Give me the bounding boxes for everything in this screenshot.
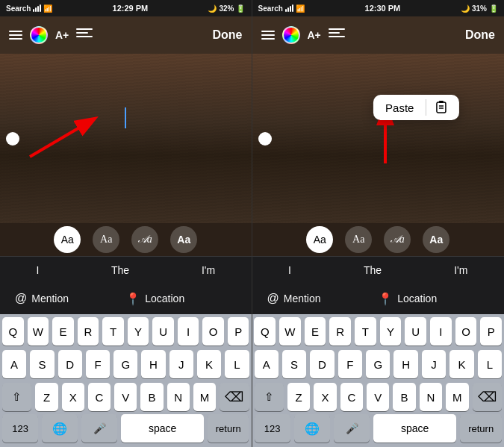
key-o2[interactable]: O (455, 317, 477, 346)
key-a2[interactable]: A (255, 350, 279, 378)
key-u2[interactable]: U (405, 317, 426, 346)
wifi-icon: 📶 (43, 4, 52, 13)
paste-icon-button[interactable] (426, 95, 459, 120)
font-btn-5[interactable]: Aa (306, 226, 333, 253)
key-q[interactable]: Q (2, 317, 24, 346)
key-y2[interactable]: Y (380, 317, 402, 346)
key-f[interactable]: F (86, 350, 110, 378)
num-key-2[interactable]: 123 (255, 414, 290, 443)
return-key-2[interactable]: return (460, 414, 502, 443)
key-i[interactable]: I (178, 317, 199, 346)
suggestion-1[interactable]: I (36, 264, 39, 276)
key-z[interactable]: Z (35, 383, 57, 411)
hamburger-line-3 (9, 38, 22, 40)
font-btn-6[interactable]: Aa (345, 226, 372, 253)
key-t[interactable]: T (102, 317, 124, 346)
key-r[interactable]: R (78, 317, 99, 346)
shift-key-2[interactable]: ⇧ (255, 383, 284, 411)
key-c2[interactable]: C (340, 383, 363, 411)
color-wheel-1[interactable] (30, 26, 48, 44)
mic-key-1[interactable]: 🎤 (81, 414, 117, 443)
key-p[interactable]: P (228, 317, 249, 346)
key-e2[interactable]: E (305, 317, 326, 346)
font-btn-2[interactable]: Aa (93, 226, 119, 253)
key-a[interactable]: A (2, 350, 26, 378)
done-button-1[interactable]: Done (213, 28, 243, 42)
return-key-1[interactable]: return (208, 414, 249, 443)
space-key-2[interactable]: space (373, 414, 456, 443)
delete-key-1[interactable]: ⌫ (220, 383, 249, 411)
location-button-2[interactable]: 📍 Location (378, 292, 489, 306)
key-w2[interactable]: W (279, 317, 301, 346)
key-m2[interactable]: M (446, 383, 468, 411)
key-j[interactable]: J (169, 350, 193, 378)
key-b[interactable]: B (140, 383, 163, 411)
font-btn-3[interactable]: 𝒜a (131, 226, 158, 253)
font-btn-8[interactable]: Aa (423, 226, 449, 253)
key-f2[interactable]: F (338, 350, 362, 378)
key-v[interactable]: V (114, 383, 137, 411)
mic-key-2[interactable]: 🎤 (334, 414, 370, 443)
key-p2[interactable]: P (480, 317, 502, 346)
key-j2[interactable]: J (422, 350, 446, 378)
key-s[interactable]: S (30, 350, 54, 378)
key-s2[interactable]: S (282, 350, 306, 378)
text-size-button-2[interactable]: A+ (308, 29, 321, 41)
paste-button[interactable]: Paste (373, 95, 426, 120)
key-n2[interactable]: N (420, 383, 442, 411)
key-w[interactable]: W (28, 317, 49, 346)
key-h2[interactable]: H (393, 350, 417, 378)
key-v2[interactable]: V (367, 383, 389, 411)
key-x[interactable]: X (62, 383, 84, 411)
delete-key-2[interactable]: ⌫ (473, 383, 502, 411)
hamburger-icon-2[interactable] (261, 31, 275, 40)
key-k2[interactable]: K (449, 350, 473, 378)
key-r2[interactable]: R (329, 317, 351, 346)
canvas-area-2[interactable]: Paste (252, 54, 505, 223)
key-t2[interactable]: T (355, 317, 376, 346)
key-q2[interactable]: Q (254, 317, 276, 346)
key-d2[interactable]: D (310, 350, 334, 378)
key-y[interactable]: Y (128, 317, 149, 346)
text-size-button-1[interactable]: A+ (55, 29, 69, 41)
location-button-1[interactable]: 📍 Location (125, 292, 236, 306)
emoji-key-1[interactable]: 🌐 (42, 414, 78, 443)
color-wheel-2[interactable] (282, 26, 300, 44)
suggestion-6[interactable]: I'm (454, 264, 467, 276)
key-i2[interactable]: I (430, 317, 452, 346)
key-l[interactable]: L (225, 350, 249, 378)
num-key-1[interactable]: 123 (2, 414, 38, 443)
suggestion-2[interactable]: The (111, 264, 129, 276)
key-z2[interactable]: Z (287, 383, 310, 411)
key-l2[interactable]: L (478, 350, 502, 378)
key-c[interactable]: C (88, 383, 111, 411)
mention-button-2[interactable]: @ Mention (267, 292, 379, 305)
key-u[interactable]: U (152, 317, 174, 346)
key-d[interactable]: D (58, 350, 82, 378)
key-b2[interactable]: B (393, 383, 415, 411)
shift-key-1[interactable]: ⇧ (2, 383, 31, 411)
space-key-1[interactable]: space (121, 414, 204, 443)
font-btn-1[interactable]: Aa (54, 226, 81, 253)
key-n[interactable]: N (167, 383, 190, 411)
key-g2[interactable]: G (366, 350, 390, 378)
hamburger-icon[interactable] (9, 31, 22, 40)
key-h[interactable]: H (141, 350, 165, 378)
key-m[interactable]: M (193, 383, 216, 411)
font-btn-7[interactable]: 𝒜a (384, 226, 411, 253)
font-btn-4[interactable]: Aa (170, 226, 197, 253)
mention-button-1[interactable]: @ Mention (15, 292, 125, 305)
text-align-button-1[interactable] (76, 28, 93, 42)
key-x2[interactable]: X (314, 383, 336, 411)
text-align-button-2[interactable] (329, 28, 345, 42)
suggestion-5[interactable]: The (364, 264, 382, 276)
key-e[interactable]: E (52, 317, 74, 346)
key-o[interactable]: O (202, 317, 224, 346)
done-button-2[interactable]: Done (465, 28, 495, 42)
suggestion-3[interactable]: I'm (202, 264, 215, 276)
key-k[interactable]: K (197, 350, 221, 378)
emoji-key-2[interactable]: 🌐 (294, 414, 330, 443)
key-g[interactable]: G (113, 350, 137, 378)
canvas-area-1[interactable] (0, 54, 252, 223)
suggestion-4[interactable]: I (288, 264, 291, 276)
